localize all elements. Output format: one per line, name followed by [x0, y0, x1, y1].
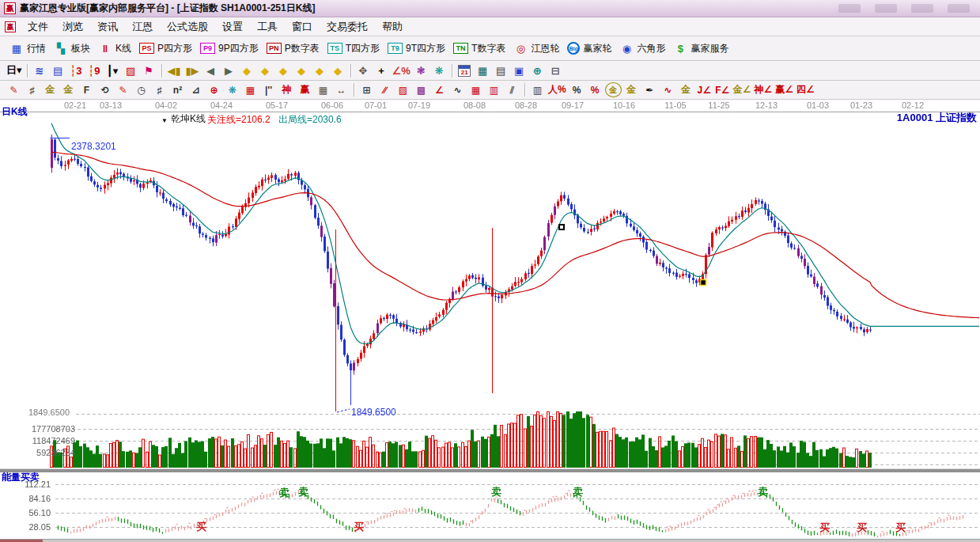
- window-control-ghost[interactable]: [948, 4, 970, 13]
- menu-item[interactable]: 浏览: [55, 17, 90, 36]
- kline-button[interactable]: ‖K线: [95, 40, 136, 57]
- quotes-button[interactable]: ▦行情: [6, 40, 51, 57]
- gold-angle-tool[interactable]: 金∠: [732, 82, 752, 97]
- nine-bar-tool[interactable]: ┆9: [86, 63, 103, 78]
- ornament-purple-tool[interactable]: ❃: [413, 63, 429, 78]
- menu-item[interactable]: 江恩: [125, 17, 160, 36]
- ruler-ticks-tool[interactable]: ♯: [151, 82, 168, 97]
- window-control-ghost[interactable]: [911, 4, 933, 13]
- first-page-button[interactable]: ◀▮: [166, 63, 183, 78]
- gold-line-tool[interactable]: 金: [623, 82, 640, 97]
- flag-chart-tool[interactable]: ⚑: [141, 63, 157, 78]
- nine-t-square-button[interactable]: T99T四方形: [384, 40, 450, 57]
- diamond-compress-button[interactable]: ◆: [293, 63, 310, 78]
- t-number-table-button[interactable]: TNT数字表: [450, 40, 510, 57]
- draw-pencil-tool[interactable]: ✎: [6, 82, 22, 97]
- f10-info-tool[interactable]: ▤: [50, 63, 66, 78]
- notes-tool[interactable]: ▤: [493, 63, 509, 78]
- slash-lines-tool[interactable]: ⫽: [504, 82, 520, 97]
- ying-tool[interactable]: 赢: [297, 82, 313, 97]
- diamond-left-button[interactable]: ◆: [239, 63, 255, 78]
- menu-item[interactable]: 公式选股: [160, 17, 215, 36]
- box-select-tool[interactable]: ⊞: [358, 82, 375, 97]
- kline-type-label[interactable]: 乾坤K线: [171, 112, 206, 126]
- three-bar-tool[interactable]: ┆3: [68, 63, 85, 78]
- diamond-center-button[interactable]: ◆: [312, 63, 328, 78]
- crosshair-tool[interactable]: +: [373, 63, 390, 78]
- person-percent-tool[interactable]: 人%: [547, 82, 567, 97]
- winner-wheel-button[interactable]: Big赢家轮: [564, 40, 616, 57]
- window-control-ghost[interactable]: [875, 4, 897, 13]
- period-dropdown[interactable]: 日▾: [6, 63, 23, 78]
- time-cycle-tool[interactable]: ◷: [133, 82, 149, 97]
- hand-drag-tool[interactable]: ✥: [355, 63, 372, 78]
- prev-page-button[interactable]: ◀: [202, 63, 219, 78]
- nine-p-square-button[interactable]: P99P四方形: [197, 40, 263, 57]
- t-square-button[interactable]: TST四方形: [324, 40, 384, 57]
- wave-check-tool[interactable]: ∿: [449, 82, 466, 97]
- fibonacci-ruler-tool[interactable]: F: [78, 82, 95, 97]
- diamond-expand-button[interactable]: ◆: [275, 63, 292, 78]
- span-arrows-tool[interactable]: ↔: [333, 82, 350, 97]
- p-number-table-button[interactable]: PNP数字表: [263, 40, 324, 57]
- ying-angle-tool[interactable]: 赢∠: [774, 82, 794, 97]
- window-control-ghost[interactable]: [838, 4, 861, 13]
- shen-angle-tool[interactable]: 神∠: [753, 82, 773, 97]
- wave-a-tool[interactable]: ∿: [660, 82, 676, 97]
- menu-item[interactable]: 文件: [21, 17, 55, 36]
- quote-marks-tool[interactable]: |'': [260, 82, 277, 97]
- web-update-tool[interactable]: ⊕: [529, 63, 546, 78]
- compass-target-tool[interactable]: ⊕: [206, 82, 222, 97]
- kline-type-dropdown-icon[interactable]: ▼: [161, 117, 168, 124]
- p-square-button[interactable]: PSP四方形: [136, 40, 197, 57]
- spider-web-tool[interactable]: ❋: [224, 82, 240, 97]
- gold-split-tool[interactable]: 金: [42, 82, 59, 97]
- vertical-ruler-tool[interactable]: ▥: [529, 82, 546, 97]
- titlebar[interactable]: 赢 赢家江恩专业版[赢家内部服务平台] - [上证指数 SH1A0001-251…: [0, 0, 980, 17]
- red-grid-tool[interactable]: ▦: [467, 82, 484, 97]
- shen-tool[interactable]: 神: [278, 82, 295, 97]
- menu-item[interactable]: 工具: [250, 17, 285, 36]
- percent-line-tool[interactable]: %: [587, 82, 604, 97]
- kline-canvas[interactable]: [0, 100, 980, 542]
- n-square-tool[interactable]: n²: [169, 82, 186, 97]
- j-angle-tool[interactable]: J∠: [696, 82, 713, 97]
- net-box-tool[interactable]: ▩: [413, 82, 429, 97]
- menu-item[interactable]: 资讯: [90, 17, 125, 36]
- gann-wheel-button[interactable]: ◎江恩轮: [510, 40, 564, 57]
- winner-service-button[interactable]: $赢家服务: [670, 40, 733, 57]
- ink-pen-tool[interactable]: ✒: [641, 82, 658, 97]
- fan-box-tool[interactable]: ▨: [395, 82, 411, 97]
- menu-item[interactable]: 设置: [215, 17, 250, 36]
- calendar-tool[interactable]: 21: [456, 63, 473, 78]
- angle-percent-tool[interactable]: ∠%: [392, 63, 411, 78]
- gann-fan-tool[interactable]: ∕∕: [376, 82, 393, 97]
- last-page-button[interactable]: ▮▶: [184, 63, 201, 78]
- calculator-tool[interactable]: ▦: [475, 63, 491, 78]
- hexagon-button[interactable]: ◉六角形: [616, 40, 670, 57]
- red-grid2-tool[interactable]: ▥: [486, 82, 502, 97]
- ornament-teal-tool[interactable]: ❋: [431, 63, 448, 78]
- diamond-full-button[interactable]: ◆: [330, 63, 346, 78]
- sectors-button[interactable]: ▚板块: [51, 40, 95, 57]
- menu-item[interactable]: 交易委托: [320, 17, 375, 36]
- gold-split2-tool[interactable]: 金: [60, 82, 77, 97]
- print-tool[interactable]: ⊟: [547, 63, 564, 78]
- gann-ruler-tool[interactable]: ♯: [24, 82, 40, 97]
- bottom-scrollbar[interactable]: [0, 539, 980, 542]
- candle-style-dropdown[interactable]: ┃▾: [104, 63, 121, 78]
- pattern-box-tool[interactable]: ▨: [123, 63, 139, 78]
- f-angle-tool[interactable]: F∠: [714, 82, 731, 97]
- numbered-grid-tool[interactable]: ▦: [315, 82, 331, 97]
- angle-mirror-tool[interactable]: ⊿: [187, 82, 204, 97]
- save-tool[interactable]: ▣: [511, 63, 528, 78]
- menu-item[interactable]: 窗口: [285, 17, 320, 36]
- trend-line-tool[interactable]: ≋: [32, 63, 48, 78]
- grid-net-tool[interactable]: ▦: [242, 82, 259, 97]
- four-angle-tool[interactable]: 四∠: [796, 82, 815, 97]
- percent-tool[interactable]: %: [569, 82, 585, 97]
- diamond-right-button[interactable]: ◆: [257, 63, 274, 78]
- indicator-name-label[interactable]: 能量买卖: [2, 471, 40, 484]
- next-page-button[interactable]: ▶: [221, 63, 237, 78]
- angle-line-tool[interactable]: ∠: [431, 82, 448, 97]
